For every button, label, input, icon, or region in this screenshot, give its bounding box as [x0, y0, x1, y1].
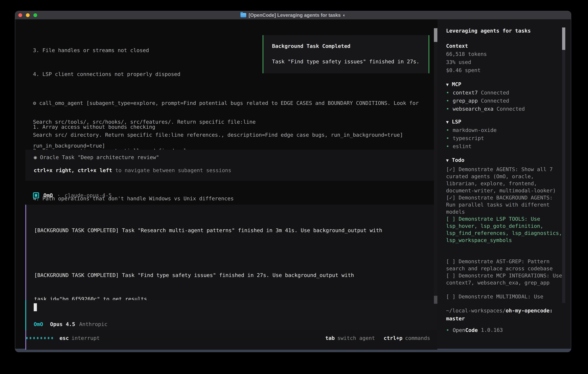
chat-area: 3. File handles or streams not closed 4.…: [15, 20, 437, 349]
chat-line: 1. Array access without bounds checking: [33, 123, 419, 131]
window-title: [OpenCode] Leveraging agents for tasks ◐: [241, 12, 346, 18]
mcp-item: •context7 Connected: [446, 89, 571, 97]
app-version-number: 1.0.163: [478, 326, 503, 334]
window-title-text: [OpenCode] Leveraging agents for tasks: [249, 12, 341, 18]
lsp-item: •markdown-oxide: [446, 126, 571, 134]
input-model-name: Opus 4.5: [50, 320, 75, 328]
agent-name: OmO: [43, 191, 53, 199]
mcp-item: •grep_app Connected: [446, 97, 571, 105]
lsp-name: markdown-oxide: [453, 127, 497, 133]
workspace-prefix: ~/local-workspaces/: [446, 308, 506, 313]
mcp-status: Connected: [481, 90, 509, 96]
mcp-section: ▼MCP •context7 Connected •grep_app Conne…: [446, 80, 571, 113]
oracle-task-card: ◉ Oracle Task "Deep architecture review"…: [25, 150, 437, 181]
tool-call-line: ⚙ call_omo_agent [subagent_type=explore,…: [33, 99, 419, 107]
mcp-name: context7: [453, 90, 478, 96]
text-cursor: [34, 303, 37, 311]
esc-key: esc: [60, 334, 69, 342]
mcp-item: •websearch_exa Connected: [446, 105, 571, 113]
app-name-light: Open: [453, 327, 465, 333]
oracle-hint: to navigate between subagent sessions: [112, 167, 231, 173]
background-task-toast: Background Task Completed Task "Find typ…: [262, 35, 429, 73]
agent-separator: ·: [57, 191, 60, 199]
chevron-down-icon: ▼: [446, 158, 449, 163]
task-message-line: [BACKGROUND TASK COMPLETED] Task "Resear…: [34, 226, 437, 234]
agent-header: OmO · claude-opus-4-5: [33, 191, 112, 199]
green-dot-icon: •: [446, 90, 449, 96]
sidebar-scrollbar-thumb[interactable]: [562, 28, 565, 50]
oracle-title: Oracle Task "Deep architecture review": [40, 154, 159, 160]
todo-item: [✓] Demonstrate AGENTS: Show all 7 curat…: [446, 166, 564, 194]
tab-label: switch agent: [337, 334, 375, 342]
folder-icon: [241, 13, 246, 17]
context-header: Context: [446, 42, 571, 50]
toast-title: Background Task Completed: [272, 42, 429, 50]
mcp-status: Connected: [497, 106, 525, 112]
context-spent: $0.46 spent: [446, 66, 571, 74]
lsp-name: typescript: [453, 135, 484, 141]
context-tokens: 66,518 tokens: [446, 50, 571, 58]
todo-section-header[interactable]: ▼Todo: [446, 156, 571, 165]
green-dot-icon: •: [446, 106, 449, 112]
prompt-input[interactable]: OmO Opus 4.5 Anthropic: [25, 300, 437, 330]
sidebar-scrollbar-track[interactable]: [562, 28, 565, 303]
spinner-icon: ◐: [343, 13, 346, 18]
chat-scrollbar-track[interactable]: [434, 28, 437, 304]
chat-line: Search src/ directory. Return specific f…: [33, 131, 403, 139]
mcp-name: grep_app: [453, 98, 478, 104]
toast-body: Task "Find type safety issues" finished …: [272, 58, 429, 65]
input-agent-name: OmO: [34, 320, 43, 328]
chevron-down-icon: ▼: [446, 82, 449, 87]
green-dot-icon: •: [446, 143, 449, 149]
desktop: { "titlebar": { "title": "[OpenCode] Lev…: [0, 0, 588, 374]
mcp-name: websearch_exa: [453, 106, 494, 112]
oracle-hint-line: ctrl+x right, ctrl+x left to navigate be…: [34, 166, 437, 174]
minimize-button[interactable]: [26, 13, 30, 17]
input-provider-name: Anthropic: [79, 320, 107, 328]
todo-item: [ ] Demonstrate AST-GREP: Pattern search…: [446, 258, 564, 272]
chat-scrollbar-end[interactable]: [434, 296, 437, 304]
maximize-button[interactable]: [33, 13, 37, 17]
lsp-section-header[interactable]: ▼LSP: [446, 118, 571, 126]
ctrl-p-key: ctrl+p: [384, 334, 402, 342]
mcp-status: Connected: [481, 98, 509, 104]
app-name-bold: Code: [465, 327, 478, 333]
chat-line: 3. File handles or streams not closed: [33, 46, 256, 54]
green-dot-icon: •: [446, 98, 449, 104]
gear-icon: ⚙: [33, 100, 39, 106]
lsp-item: •eslint: [446, 142, 571, 150]
mcp-section-header[interactable]: ▼MCP: [446, 80, 571, 89]
lsp-item: •typescript: [446, 134, 571, 142]
oracle-keybinds: ctrl+x right, ctrl+x left: [34, 167, 112, 173]
green-dot-icon: •: [446, 327, 449, 333]
chat-line: 4. LSP client connections not properly d…: [33, 70, 256, 78]
tab-key: tab: [325, 334, 335, 342]
workspace-path: ~/local-workspaces/oh-my-opencode: maste…: [446, 307, 565, 322]
green-dot-icon: •: [446, 135, 449, 141]
opencode-window: [OpenCode] Leveraging agents for tasks ◐…: [15, 11, 571, 352]
workspace-repo: oh-my-opencode:: [506, 308, 553, 313]
tool-call-text: call_omo_agent [subagent_type=explore, p…: [39, 100, 419, 106]
lsp-section: ▼LSP •markdown-oxide •typescript •eslint: [446, 118, 571, 150]
traffic-lights: [18, 13, 37, 17]
todo-item: [✓] Demonstrate BACKGROUND AGENTS: Run p…: [446, 194, 564, 215]
task-message-line: [BACKGROUND TASK COMPLETED] Task "Find t…: [34, 271, 437, 279]
working-spinner-dots: [26, 337, 53, 339]
green-dot-icon: •: [446, 127, 449, 133]
titlebar: [OpenCode] Leveraging agents for tasks ◐: [15, 11, 571, 20]
commands-label: commands: [405, 334, 430, 342]
tab-hint: tab switch agent: [325, 334, 375, 342]
agent-square-icon: [33, 192, 39, 198]
context-used: 33% used: [446, 58, 571, 66]
oracle-title-line: ◉ Oracle Task "Deep architecture review": [34, 153, 437, 161]
sidebar: Leveraging agents for tasks Context 66,5…: [437, 20, 571, 349]
todo-item: [ ] Demonstrate LSP TOOLS: Use lsp_hover…: [446, 215, 564, 244]
esc-label: interrupt: [72, 334, 100, 342]
lsp-header-label: LSP: [452, 119, 461, 125]
input-meta: OmO Opus 4.5 Anthropic: [34, 320, 437, 328]
chat-scrollbar-thumb[interactable]: [434, 28, 437, 42]
chevron-down-icon: ▼: [446, 119, 449, 125]
todo-item: [ ] Demonstrate MULTIMODAL: Use: [446, 293, 564, 300]
agent-model: claude-opus-4-5: [65, 191, 112, 199]
close-button[interactable]: [18, 13, 22, 17]
